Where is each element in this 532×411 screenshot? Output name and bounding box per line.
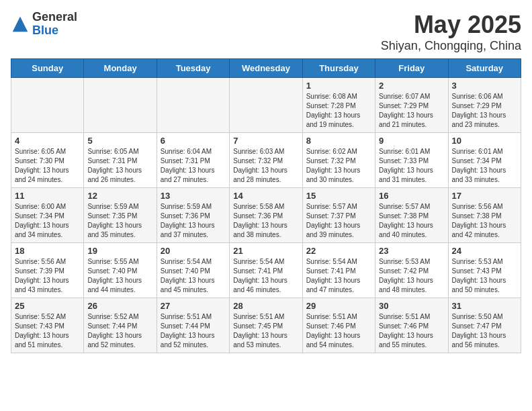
col-tuesday: Tuesday — [157, 59, 229, 78]
month-title: May 2025 — [381, 11, 521, 39]
day-info: Sunrise: 6:06 AMSunset: 7:29 PMDaylight:… — [452, 92, 517, 130]
week-row-1: 1Sunrise: 6:08 AMSunset: 7:28 PMDaylight… — [11, 78, 521, 133]
day-cell: 14Sunrise: 5:58 AMSunset: 7:36 PMDayligh… — [230, 188, 302, 243]
day-cell: 16Sunrise: 5:57 AMSunset: 7:38 PMDayligh… — [375, 188, 448, 243]
logo: General Blue — [11, 11, 77, 38]
logo-blue: Blue — [32, 24, 77, 38]
day-cell: 13Sunrise: 5:59 AMSunset: 7:36 PMDayligh… — [157, 188, 229, 243]
day-cell: 8Sunrise: 6:02 AMSunset: 7:32 PMDaylight… — [302, 133, 375, 188]
day-number: 5 — [87, 136, 152, 146]
day-cell: 6Sunrise: 6:04 AMSunset: 7:31 PMDaylight… — [157, 133, 229, 188]
day-info: Sunrise: 5:53 AMSunset: 7:42 PMDaylight:… — [379, 257, 444, 295]
day-info: Sunrise: 5:54 AMSunset: 7:41 PMDaylight:… — [306, 257, 371, 295]
day-number: 6 — [161, 136, 226, 146]
day-number: 10 — [452, 136, 517, 146]
calendar-body: 1Sunrise: 6:08 AMSunset: 7:28 PMDaylight… — [11, 78, 521, 353]
day-info: Sunrise: 6:05 AMSunset: 7:30 PMDaylight:… — [15, 147, 80, 185]
day-info: Sunrise: 5:54 AMSunset: 7:40 PMDaylight:… — [161, 257, 226, 295]
day-info: Sunrise: 5:56 AMSunset: 7:39 PMDaylight:… — [15, 257, 80, 295]
day-cell: 2Sunrise: 6:07 AMSunset: 7:29 PMDaylight… — [375, 78, 448, 133]
day-cell: 3Sunrise: 6:06 AMSunset: 7:29 PMDaylight… — [448, 78, 521, 133]
day-info: Sunrise: 6:00 AMSunset: 7:34 PMDaylight:… — [15, 202, 80, 240]
page-header: General Blue May 2025 Shiyan, Chongqing,… — [11, 11, 521, 53]
day-cell: 20Sunrise: 5:54 AMSunset: 7:40 PMDayligh… — [157, 243, 229, 298]
day-cell — [11, 78, 84, 133]
day-number: 9 — [379, 136, 444, 146]
day-number: 30 — [379, 301, 444, 311]
day-cell: 29Sunrise: 5:51 AMSunset: 7:46 PMDayligh… — [302, 298, 375, 353]
day-cell: 12Sunrise: 5:59 AMSunset: 7:35 PMDayligh… — [84, 188, 157, 243]
day-info: Sunrise: 5:53 AMSunset: 7:43 PMDaylight:… — [452, 257, 517, 295]
week-row-5: 25Sunrise: 5:52 AMSunset: 7:43 PMDayligh… — [11, 298, 521, 353]
day-cell: 9Sunrise: 6:01 AMSunset: 7:33 PMDaylight… — [375, 133, 448, 188]
day-info: Sunrise: 5:51 AMSunset: 7:46 PMDaylight:… — [306, 312, 371, 350]
day-cell: 21Sunrise: 5:54 AMSunset: 7:41 PMDayligh… — [230, 243, 302, 298]
day-number: 19 — [87, 246, 152, 256]
day-number: 18 — [15, 246, 80, 256]
day-info: Sunrise: 6:05 AMSunset: 7:31 PMDaylight:… — [87, 147, 152, 185]
day-cell: 30Sunrise: 5:51 AMSunset: 7:46 PMDayligh… — [375, 298, 448, 353]
day-number: 4 — [15, 136, 80, 146]
day-number: 24 — [452, 246, 517, 256]
day-info: Sunrise: 6:03 AMSunset: 7:32 PMDaylight:… — [233, 147, 298, 185]
calendar-table: Sunday Monday Tuesday Wednesday Thursday… — [11, 58, 521, 353]
day-cell: 7Sunrise: 6:03 AMSunset: 7:32 PMDaylight… — [230, 133, 302, 188]
day-number: 22 — [306, 246, 371, 256]
col-thursday: Thursday — [302, 59, 375, 78]
day-cell: 24Sunrise: 5:53 AMSunset: 7:43 PMDayligh… — [448, 243, 521, 298]
day-number: 15 — [306, 191, 371, 201]
day-info: Sunrise: 5:57 AMSunset: 7:38 PMDaylight:… — [379, 202, 444, 240]
day-info: Sunrise: 5:51 AMSunset: 7:45 PMDaylight:… — [233, 312, 298, 350]
col-friday: Friday — [375, 59, 448, 78]
day-number: 26 — [87, 301, 152, 311]
day-info: Sunrise: 5:55 AMSunset: 7:40 PMDaylight:… — [87, 257, 152, 295]
day-cell: 15Sunrise: 5:57 AMSunset: 7:37 PMDayligh… — [302, 188, 375, 243]
day-info: Sunrise: 5:52 AMSunset: 7:43 PMDaylight:… — [15, 312, 80, 350]
day-number: 17 — [452, 191, 517, 201]
day-number: 2 — [379, 81, 444, 91]
day-cell: 26Sunrise: 5:52 AMSunset: 7:44 PMDayligh… — [84, 298, 157, 353]
day-cell: 17Sunrise: 5:56 AMSunset: 7:38 PMDayligh… — [448, 188, 521, 243]
title-block: May 2025 Shiyan, Chongqing, China — [381, 11, 521, 53]
day-cell: 23Sunrise: 5:53 AMSunset: 7:42 PMDayligh… — [375, 243, 448, 298]
day-cell: 1Sunrise: 6:08 AMSunset: 7:28 PMDaylight… — [302, 78, 375, 133]
svg-marker-1 — [13, 17, 28, 32]
calendar-header: Sunday Monday Tuesday Wednesday Thursday… — [11, 59, 521, 78]
day-cell: 10Sunrise: 6:01 AMSunset: 7:34 PMDayligh… — [448, 133, 521, 188]
day-cell — [230, 78, 302, 133]
day-info: Sunrise: 5:51 AMSunset: 7:46 PMDaylight:… — [379, 312, 444, 350]
week-row-4: 18Sunrise: 5:56 AMSunset: 7:39 PMDayligh… — [11, 243, 521, 298]
day-number: 25 — [15, 301, 80, 311]
day-info: Sunrise: 5:52 AMSunset: 7:44 PMDaylight:… — [87, 312, 152, 350]
day-cell: 11Sunrise: 6:00 AMSunset: 7:34 PMDayligh… — [11, 188, 84, 243]
day-number: 23 — [379, 246, 444, 256]
day-cell: 31Sunrise: 5:50 AMSunset: 7:47 PMDayligh… — [448, 298, 521, 353]
week-row-2: 4Sunrise: 6:05 AMSunset: 7:30 PMDaylight… — [11, 133, 521, 188]
logo-icon — [11, 15, 30, 34]
day-info: Sunrise: 5:54 AMSunset: 7:41 PMDaylight:… — [233, 257, 298, 295]
weekday-row: Sunday Monday Tuesday Wednesday Thursday… — [11, 59, 521, 78]
day-cell: 22Sunrise: 5:54 AMSunset: 7:41 PMDayligh… — [302, 243, 375, 298]
day-info: Sunrise: 6:01 AMSunset: 7:33 PMDaylight:… — [379, 147, 444, 185]
day-info: Sunrise: 5:57 AMSunset: 7:37 PMDaylight:… — [306, 202, 371, 240]
day-number: 29 — [306, 301, 371, 311]
day-number: 11 — [15, 191, 80, 201]
day-number: 13 — [161, 191, 226, 201]
day-cell — [84, 78, 157, 133]
day-number: 8 — [306, 136, 371, 146]
day-number: 14 — [233, 191, 298, 201]
day-cell: 27Sunrise: 5:51 AMSunset: 7:44 PMDayligh… — [157, 298, 229, 353]
day-number: 27 — [161, 301, 226, 311]
day-cell: 5Sunrise: 6:05 AMSunset: 7:31 PMDaylight… — [84, 133, 157, 188]
day-info: Sunrise: 5:56 AMSunset: 7:38 PMDaylight:… — [452, 202, 517, 240]
week-row-3: 11Sunrise: 6:00 AMSunset: 7:34 PMDayligh… — [11, 188, 521, 243]
col-sunday: Sunday — [11, 59, 84, 78]
day-cell — [157, 78, 229, 133]
col-wednesday: Wednesday — [230, 59, 302, 78]
day-info: Sunrise: 5:59 AMSunset: 7:36 PMDaylight:… — [161, 202, 226, 240]
day-number: 1 — [306, 81, 371, 91]
day-info: Sunrise: 5:50 AMSunset: 7:47 PMDaylight:… — [452, 312, 517, 350]
day-info: Sunrise: 5:58 AMSunset: 7:36 PMDaylight:… — [233, 202, 298, 240]
location-title: Shiyan, Chongqing, China — [381, 39, 521, 53]
day-number: 20 — [161, 246, 226, 256]
